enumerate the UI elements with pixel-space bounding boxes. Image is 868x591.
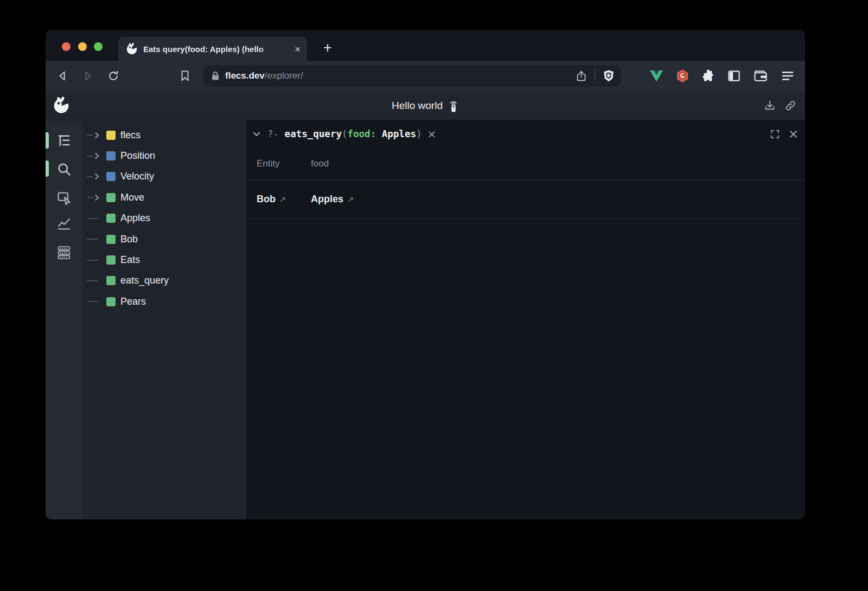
- entity-color-square: [106, 214, 116, 223]
- browser-tab[interactable]: Eats query(food: Apples) (hello ×: [118, 37, 307, 61]
- external-link-arrow-icon[interactable]: ↗: [279, 195, 286, 204]
- url-bar[interactable]: flecs.dev/explorer/: [203, 65, 621, 87]
- chevron-right-icon[interactable]: [93, 132, 100, 139]
- extensions-puzzle-icon[interactable]: [701, 69, 715, 83]
- download-icon[interactable]: [764, 100, 776, 112]
- tree-item-label: Move: [120, 192, 144, 203]
- bookmark-icon[interactable]: [180, 70, 190, 82]
- active-panel-indicator: [46, 160, 49, 177]
- query-result-table: Entityfood Bob ↗ Apples ↗: [247, 147, 805, 219]
- inspect-panel-icon[interactable]: [56, 190, 72, 205]
- url-text: flecs.dev/explorer/: [225, 70, 576, 81]
- tab-strip: Eats query(food: Apples) (hello × +: [46, 30, 805, 61]
- app-body: flecs Position: [46, 120, 805, 519]
- tree-connector: [87, 260, 106, 261]
- tree-item[interactable]: Velocity: [82, 166, 246, 187]
- flecs-logo[interactable]: [53, 97, 70, 114]
- table-cell: Apples ↗: [311, 194, 354, 205]
- memory-panel-icon[interactable]: [56, 245, 72, 260]
- query-panel: ?- eats_query(food: Apples) × Entityfood…: [247, 120, 805, 519]
- tree-item[interactable]: Eats: [82, 249, 246, 270]
- entity-color-square: [106, 297, 116, 306]
- forward-icon[interactable]: [82, 70, 94, 82]
- tree-panel-icon[interactable]: [56, 133, 72, 149]
- stats-panel-icon[interactable]: [56, 216, 72, 232]
- sidebar-toggle-icon[interactable]: [728, 70, 741, 82]
- tree-connector: [87, 132, 106, 139]
- external-link-arrow-icon[interactable]: ↗: [347, 195, 354, 204]
- chevron-right-icon[interactable]: [93, 152, 100, 159]
- entity-color-square: [106, 151, 116, 160]
- entity-link[interactable]: Bob: [257, 194, 276, 205]
- tree-item-label: Eats: [120, 254, 140, 266]
- browser-window: Eats query(food: Apples) (hello × + flec…: [46, 30, 805, 519]
- back-icon[interactable]: [56, 70, 68, 82]
- tree-item[interactable]: eats_query: [82, 271, 246, 291]
- entity-color-square: [106, 131, 116, 140]
- tree-connector: [87, 280, 106, 281]
- wallet-icon[interactable]: [754, 70, 768, 82]
- entity-tree: flecs Position: [82, 120, 247, 519]
- chevron-right-icon[interactable]: [93, 194, 100, 201]
- entity-color-square: [106, 235, 116, 244]
- url-domain: flecs.dev: [225, 70, 265, 81]
- query-expression: ?- eats_query(food: Apples): [267, 129, 422, 139]
- tree-item[interactable]: Apples: [82, 208, 246, 229]
- brave-shield-icon[interactable]: [603, 69, 615, 82]
- menu-icon[interactable]: [782, 71, 794, 81]
- entity-link[interactable]: Apples: [311, 194, 343, 205]
- table-cell: Bob ↗: [257, 194, 311, 205]
- tree-item-label: flecs: [120, 130, 141, 141]
- tree-item-label: Position: [120, 150, 155, 162]
- table-header-row: Entityfood: [247, 147, 805, 180]
- url-path: /explorer/: [265, 70, 303, 81]
- search-panel-icon[interactable]: [56, 162, 72, 177]
- close-window-button[interactable]: [62, 42, 71, 51]
- minimize-window-button[interactable]: [78, 42, 87, 51]
- icon-sidebar: [46, 120, 82, 519]
- vue-devtools-icon[interactable]: [649, 69, 663, 82]
- chevron-right-icon[interactable]: [93, 173, 100, 180]
- tree-item[interactable]: Position: [82, 145, 246, 166]
- entity-color-square: [106, 276, 116, 285]
- zoom-window-button[interactable]: [94, 42, 103, 51]
- share-icon[interactable]: [576, 70, 587, 82]
- entity-color-square: [106, 172, 116, 181]
- tree-connector: [87, 173, 106, 180]
- tree-item[interactable]: Bob: [82, 229, 246, 249]
- toolbar-separator: [595, 69, 595, 82]
- tree-connector: [87, 218, 106, 219]
- tab-title: Eats query(food: Apples) (hello: [143, 44, 291, 54]
- fullscreen-icon[interactable]: [770, 130, 780, 139]
- remote-icon[interactable]: [448, 99, 459, 112]
- hexagon-extension-icon[interactable]: [676, 69, 690, 83]
- chevron-down-icon[interactable]: [252, 130, 261, 138]
- tree-item-label: Velocity: [120, 171, 154, 182]
- tab-close-icon[interactable]: ×: [295, 44, 301, 54]
- tree-item-label: eats_query: [120, 275, 169, 286]
- new-tab-button[interactable]: +: [317, 37, 339, 59]
- tree-connector: [87, 301, 106, 302]
- tree-item-label: Apples: [120, 213, 150, 224]
- tree-connector: [87, 194, 106, 201]
- page-title: Hello world: [392, 100, 443, 112]
- query-panel-header: ?- eats_query(food: Apples) ×: [247, 120, 805, 147]
- tree-item[interactable]: Move: [82, 187, 246, 208]
- tree-item-label: Pears: [120, 296, 146, 307]
- table-body: Bob ↗ Apples ↗: [247, 180, 805, 219]
- reload-icon[interactable]: [107, 70, 119, 82]
- close-icon[interactable]: ×: [427, 127, 437, 140]
- column-header: Entity: [257, 158, 311, 169]
- entity-color-square: [106, 193, 116, 202]
- app-header: Hello world: [46, 91, 805, 120]
- tree-item[interactable]: Pears: [82, 291, 246, 312]
- entity-color-square: [106, 255, 116, 265]
- link-icon[interactable]: [784, 100, 796, 112]
- table-row: Bob ↗ Apples ↗: [247, 180, 805, 219]
- active-panel-indicator: [46, 132, 49, 149]
- flecs-favicon-icon: [126, 43, 138, 55]
- panel-close-icon[interactable]: [789, 130, 797, 138]
- lock-icon: [211, 71, 220, 81]
- tree-connector: [87, 239, 106, 240]
- tree-item[interactable]: flecs: [82, 125, 246, 145]
